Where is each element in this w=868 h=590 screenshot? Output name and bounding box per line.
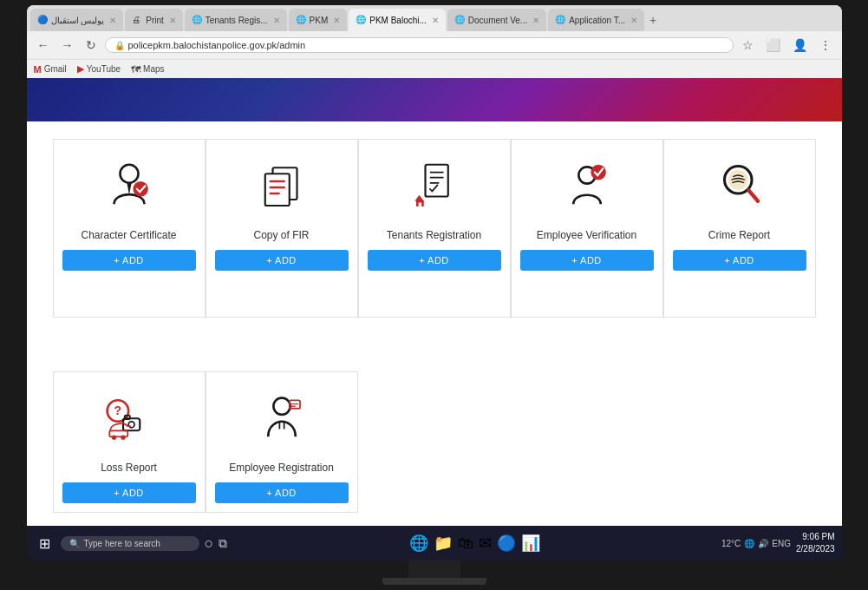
- taskbar-search[interactable]: 🔍 Type here to search: [61, 536, 199, 551]
- mail-icon[interactable]: ✉: [479, 534, 492, 553]
- service-cell-loss-report: ? Loss Report + ADD: [53, 371, 206, 513]
- svg-marker-11: [414, 195, 424, 201]
- svg-rect-13: [418, 203, 421, 206]
- monitor: 🔵 پولیس استقبال ✕ 🖨 Print ✕ 🌐 Tenants Re…: [27, 5, 842, 560]
- taskbar-sys-tray: 12°C 🌐 🔊 ENG: [721, 539, 791, 548]
- tab-close-tenants[interactable]: ✕: [273, 16, 280, 25]
- tab-police[interactable]: 🔵 پولیس استقبال ✕: [30, 9, 124, 31]
- employee-registration-icon: [251, 390, 312, 450]
- windows-start-button[interactable]: ⊞: [34, 534, 55, 554]
- tab-bar: 🔵 پولیس استقبال ✕ 🖨 Print ✕ 🌐 Tenants Re…: [27, 5, 842, 31]
- tenants-registration-add-button[interactable]: + ADD: [368, 250, 501, 271]
- tab-close-pkm-baloch[interactable]: ✕: [432, 16, 439, 25]
- gmail-icon: M: [34, 64, 42, 75]
- maps-label: Maps: [143, 64, 164, 74]
- character-certificate-icon-wrapper: [95, 153, 164, 222]
- tab-favicon-app: 🌐: [555, 15, 565, 25]
- tab-close-app[interactable]: ✕: [630, 16, 637, 25]
- page-header: [27, 78, 842, 121]
- svg-point-17: [728, 170, 747, 190]
- bookmark-maps[interactable]: 🗺 Maps: [131, 64, 164, 75]
- forward-button[interactable]: →: [58, 36, 77, 54]
- tenants-registration-icon-wrapper: [400, 153, 469, 222]
- bookmark-button[interactable]: ☆: [739, 36, 757, 54]
- empty-spacer: [358, 371, 816, 513]
- bookmark-gmail[interactable]: M Gmail: [34, 64, 67, 75]
- taskbar-search-text: Type here to search: [84, 539, 160, 548]
- edge-icon[interactable]: 🌐: [409, 534, 428, 553]
- crime-report-icon-wrapper: [705, 153, 774, 222]
- svg-point-27: [273, 398, 290, 415]
- crime-report-add-button[interactable]: + ADD: [673, 250, 806, 271]
- svg-point-25: [111, 436, 115, 440]
- svg-point-15: [591, 165, 606, 180]
- tab-close-doc-ver[interactable]: ✕: [532, 16, 539, 25]
- youtube-label: YouTube: [87, 64, 121, 74]
- task-view-button[interactable]: ⧉: [219, 536, 227, 551]
- bookmark-youtube[interactable]: ▶ YouTube: [77, 63, 121, 75]
- service-cell-employee-registration: Employee Registration + ADD: [206, 371, 358, 513]
- tab-close-police[interactable]: ✕: [109, 16, 116, 25]
- profile-button[interactable]: 👤: [789, 36, 811, 54]
- services-grid: Character Certificate + ADD: [27, 121, 842, 371]
- loss-report-icon: ?: [99, 390, 160, 450]
- svg-point-1: [133, 181, 148, 197]
- tab-close-pkm[interactable]: ✕: [333, 16, 340, 25]
- employee-verification-add-button[interactable]: + ADD: [520, 250, 654, 271]
- chrome-icon[interactable]: 🔵: [497, 534, 516, 553]
- service-cell-employee-verification: Employee Verification + ADD: [511, 139, 663, 318]
- tab-doc-ver[interactable]: 🌐 Document Ve... ✕: [447, 9, 546, 31]
- monitor-stand: [408, 560, 460, 578]
- tab-close-print[interactable]: ✕: [169, 16, 176, 25]
- copy-of-fir-icon-wrapper: [247, 153, 317, 222]
- svg-text:?: ?: [114, 403, 121, 417]
- tab-pkm[interactable]: 🌐 PKM ✕: [289, 9, 348, 31]
- address-bar[interactable]: 🔒 policepkm.balochistanpolice.gov.pk/adm…: [105, 37, 734, 53]
- explorer-icon[interactable]: 📁: [434, 534, 453, 553]
- tab-favicon-pkm: 🌐: [296, 15, 306, 25]
- svg-point-26: [121, 436, 125, 440]
- store-icon[interactable]: 🛍: [458, 534, 473, 553]
- tab-tenants[interactable]: 🌐 Tenants Regis... ✕: [185, 9, 287, 31]
- tab-app[interactable]: 🌐 Application T... ✕: [548, 9, 644, 31]
- svg-rect-7: [425, 165, 447, 197]
- loss-report-add-button[interactable]: + ADD: [62, 482, 196, 503]
- new-tab-button[interactable]: +: [646, 13, 660, 27]
- character-certificate-add-button[interactable]: + ADD: [62, 250, 196, 271]
- tab-label-app: Application T...: [569, 16, 625, 25]
- tab-favicon-tenants: 🌐: [192, 15, 202, 25]
- cortana-button[interactable]: ○: [205, 534, 214, 553]
- ppt-icon[interactable]: 📊: [521, 534, 540, 553]
- monitor-base: [382, 578, 486, 585]
- maps-icon: 🗺: [131, 64, 140, 75]
- character-certificate-label: Character Certificate: [81, 229, 176, 241]
- employee-registration-add-button[interactable]: + ADD: [215, 482, 349, 503]
- network-icon: 🌐: [744, 539, 754, 548]
- crime-report-label: Crime Report: [708, 229, 770, 241]
- tab-favicon-print: 🖨: [132, 15, 142, 25]
- tab-print[interactable]: 🖨 Print ✕: [125, 9, 183, 31]
- clock-time: 9:06 PM: [796, 531, 835, 543]
- reload-button[interactable]: ↻: [82, 36, 100, 54]
- clock-date: 2/28/2023: [796, 543, 835, 555]
- employee-verification-icon: [557, 157, 617, 218]
- employee-verification-label: Employee Verification: [537, 229, 636, 241]
- language: ENG: [772, 539, 791, 548]
- taskbar: ⊞ 🔍 Type here to search ○ ⧉ 🌐 📁 🛍 ✉ 🔵 📊 …: [27, 526, 842, 560]
- loss-report-icon-wrapper: ?: [95, 385, 164, 455]
- tab-label-tenants: Tenants Regis...: [206, 16, 268, 25]
- address-bar-row: ← → ↻ 🔒 policepkm.balochistanpolice.gov.…: [27, 31, 842, 59]
- tab-label-pkm: PKM: [310, 16, 329, 25]
- character-certificate-icon: [99, 157, 160, 218]
- youtube-icon: ▶: [77, 63, 84, 75]
- tab-pkm-baloch[interactable]: 🌐 PKM Balochi... ✕: [349, 9, 446, 31]
- menu-button[interactable]: ⋮: [816, 36, 835, 54]
- copy-of-fir-add-button[interactable]: + ADD: [215, 250, 349, 271]
- employee-verification-icon-wrapper: [552, 153, 622, 222]
- copy-of-fir-icon: [251, 157, 312, 218]
- employee-registration-label: Employee Registration: [229, 462, 334, 474]
- service-cell-tenants-registration: Tenants Registration + ADD: [358, 139, 511, 318]
- back-button[interactable]: ←: [34, 36, 53, 54]
- taskbar-clock[interactable]: 9:06 PM 2/28/2023: [796, 531, 835, 555]
- extensions-button[interactable]: ⬜: [762, 36, 784, 54]
